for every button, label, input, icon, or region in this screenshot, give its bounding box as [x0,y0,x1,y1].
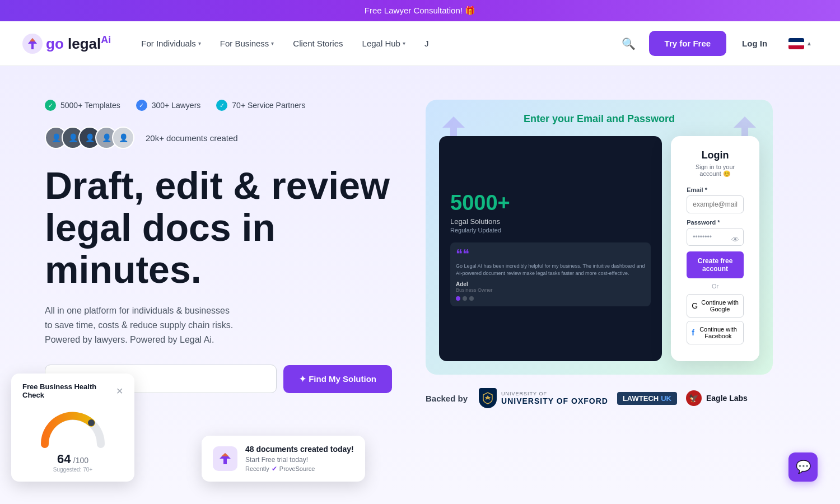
score-total: /100 [73,456,88,465]
password-field-wrapper: 👁 [687,228,744,251]
create-account-button[interactable]: Create free account [687,251,744,278]
hero-right: Enter your Email and Password 5000+ Lega… [426,100,773,408]
eagle-icon: 🦅 [686,390,702,406]
notification-logo [213,446,237,471]
stats-label: Legal Solutions [450,217,651,226]
logo-text: go legalAi [46,34,111,53]
try-free-button[interactable]: Try for Free [649,31,727,56]
nav-for-business[interactable]: For Business ▾ [212,34,282,53]
chevron-down-icon: ▾ [271,40,274,46]
hero-visual: Enter your Email and Password 5000+ Lega… [426,100,773,375]
chat-icon: 💬 [796,460,811,474]
stat-partners: ✓ 70+ Service Partners [216,100,305,111]
health-check-popup: Free Business Health Check ✕ 64 /100 Sug… [11,374,134,482]
svg-point-1 [88,419,95,426]
nav-legal-hub[interactable]: Legal Hub ▾ [354,34,413,53]
facebook-icon: f [692,328,694,337]
stat-lawyers: ✓ 300+ Lawyers [136,100,201,111]
lawtech-uk-label: UK [661,394,671,403]
avatar: 👤 [112,127,134,149]
nav-for-business-label: For Business [220,39,269,48]
search-icon: 🔍 [622,38,636,50]
chevron-down-icon: ▾ [198,40,201,46]
gauge-chart [36,405,109,450]
gauge-area: 64 /100 Suggested: 70+ [22,405,123,473]
backed-by-label: Backed by [426,394,468,403]
lawtech-label: LAWTECH [623,394,659,403]
notification-title: 48 documents created today! [245,445,354,454]
password-label: Password * [687,219,744,226]
login-card: Login Sign in to your account 😊 Email * … [671,136,759,361]
notification-content: 48 documents created today! Start Free t… [245,445,354,473]
avatar-group: 👤 👤 👤 👤 👤 [45,127,129,149]
hero-title: Draft, edit & review legal docs in minut… [45,165,392,290]
notification-source: Recently ✔ ProveSource [245,465,354,473]
nav-links: For Individuals ▾ For Business ▾ Client … [133,34,617,53]
gauge-suggested: Suggested: 70+ [53,466,92,473]
eye-icon[interactable]: 👁 [731,235,739,244]
stat-templates-label: 5000+ Templates [60,101,120,110]
flag-icon [788,38,804,49]
visual-title: Enter your Email and Password [439,113,759,125]
partner-logos: UNIVERSITY OF UNIVERSITY OF OXFORD LAWTE… [479,388,748,408]
nav-right: 🔍 Try for Free Log In ▲ [617,31,818,56]
chevron-down-icon: ▾ [403,40,405,46]
nav-legal-hub-label: Legal Hub [362,39,400,48]
close-button[interactable]: ✕ [116,386,123,396]
find-solution-button[interactable]: ✦ Find My Solution [283,365,392,393]
notification-popup: 48 documents created today! Start Free t… [202,436,365,482]
stats-badges: ✓ 5000+ Templates ✓ 300+ Lawyers ✓ 70+ S… [45,100,392,111]
gauge-score: 64 /100 [57,452,88,466]
facebook-login-button[interactable]: f Continue with Facebook [687,321,744,344]
search-button[interactable]: 🔍 [617,32,640,55]
check-icon: ✓ [216,100,227,111]
nav-client-stories-label: Client Stories [293,39,343,48]
hero-title-line3: minutes. [45,248,202,291]
stats-sublabel: Regularly Updated [450,227,651,234]
oxford-name: UNIVERSITY OF OXFORD [501,396,608,405]
facebook-btn-label: Continue with Facebook [698,326,739,339]
carousel-dots [456,296,645,301]
login-subtitle: Sign in to your account 😊 [687,164,744,178]
stat-partners-label: 70+ Service Partners [232,101,305,110]
oxford-university-label: UNIVERSITY OF [501,391,608,396]
testimonial-role: Business Owner [456,287,645,293]
testimonial-name: Adel [456,281,645,287]
stat-lawyers-label: 300+ Lawyers [152,101,201,110]
email-label: Email * [687,186,744,193]
login-button[interactable]: Log In [735,34,774,53]
language-selector[interactable]: ▲ [783,35,818,53]
health-check-title: Free Business Health Check [22,382,116,399]
nav-client-stories[interactable]: Client Stories [285,34,351,53]
hero-title-line2: legal docs in [45,206,276,249]
login-title: Login [687,150,744,161]
notification-subtitle: Start Free trial today! [245,456,354,464]
chevron-up-icon: ▲ [806,40,812,46]
check-icon: ✓ [136,100,147,111]
oxford-logo: UNIVERSITY OF UNIVERSITY OF OXFORD [479,388,608,408]
nav-for-individuals[interactable]: For Individuals ▾ [133,34,209,53]
hero-title-line1: Draft, edit & review [45,164,390,207]
nav-user[interactable]: J [417,34,437,53]
backed-by-section: Backed by UNIVERSITY OF UNIVERSITY OF OX… [426,388,773,408]
promo-text: Free Lawyer Consultation! 🎁 [365,6,475,15]
google-login-button[interactable]: G Continue with Google [687,294,744,318]
google-icon: G [692,301,698,310]
nav-for-individuals-label: For Individuals [141,39,196,48]
stat-templates: ✓ 5000+ Templates [45,100,120,111]
social-proof: 👤 👤 👤 👤 👤 20k+ documents created [45,127,392,149]
testimonial-card: ❝❝ Go Legal AI has been incredibly helpf… [450,242,651,306]
email-field[interactable] [687,195,744,213]
oxford-shield-icon [479,388,497,408]
check-icon: ✓ [45,100,56,111]
logo[interactable]: go legalAi [22,34,111,54]
notification-recently: Recently [245,465,269,472]
stats-number: 5000+ [450,191,651,215]
score-value: 64 [57,452,71,466]
chat-button[interactable]: 💬 [788,452,818,482]
visual-content: 5000+ Legal Solutions Regularly Updated … [439,136,759,361]
lawtech-badge: LAWTECH UK [617,392,677,405]
hero-description: All in one platform for individuals & bu… [45,304,392,347]
verified-icon: ✔ [272,465,277,473]
google-btn-label: Continue with Google [701,299,739,312]
